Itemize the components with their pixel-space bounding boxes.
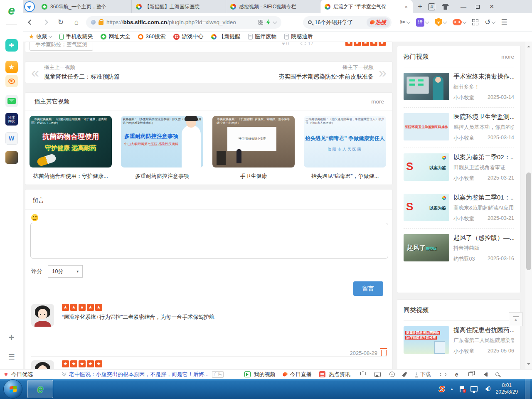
tab-close-icon[interactable]: ×	[404, 4, 409, 10]
video-title[interactable]: 医院环境卫生学监测...	[453, 113, 514, 121]
video-tag[interactable]: 手术室防控；空气监测	[30, 42, 93, 51]
qr-code-icon[interactable]	[259, 20, 263, 25]
search-query[interactable]: 16个外甥开学了	[315, 19, 364, 26]
bookmark-sific-remind[interactable]: 【新提醒	[211, 33, 240, 40]
zoom-search-icon[interactable]	[495, 372, 499, 376]
video-title[interactable]: 以案为鉴第二季02：...	[453, 153, 514, 161]
screenshot-tool-button[interactable]: ✂	[400, 18, 410, 27]
show-desktop-button[interactable]	[525, 379, 530, 399]
rail-mail-icon[interactable]	[5, 95, 18, 107]
video-thumbnail[interactable]: 获奖视频：《多重耐药防控注意事项》孙久雲（中山大学附属第七医院感染性疾病科） 多…	[121, 116, 203, 167]
rating-select[interactable]: 10分 ▾	[48, 265, 83, 278]
video-thumbnail[interactable]: 起风了感控版	[404, 234, 449, 261]
author[interactable]: 小小牧童	[453, 94, 474, 101]
minimize-button[interactable]: —	[456, 0, 470, 13]
author[interactable]: 小小牧童	[453, 175, 474, 182]
next-title[interactable]: 夯实围手术期感染防控-术前皮肤准备	[278, 73, 374, 81]
video-thumbnail[interactable]: 一等奖获奖视频：《手卫健康》罗佳欣、蒋羽婷、汤小萍等（遂宁市中心医院） “手卫”…	[212, 116, 295, 167]
windows-icon[interactable]	[468, 372, 473, 376]
tab-sific-videos[interactable]: 感控视频 - SIFIC视频专栏	[226, 0, 320, 13]
video-title[interactable]: 以案为鉴第二季01：...	[453, 194, 514, 202]
page-scrollbar[interactable]	[525, 42, 532, 369]
rail-list-button[interactable]: ☰	[8, 352, 15, 362]
network-icon[interactable]	[470, 386, 478, 392]
screenshot-icon[interactable]	[374, 372, 381, 377]
action-center-flag-icon[interactable]: ×	[459, 386, 465, 392]
new-tab-button[interactable]: +	[418, 2, 422, 11]
next-arrow-icon[interactable]: »	[379, 65, 387, 79]
hot-news-label[interactable]: 热点资讯	[329, 371, 350, 378]
game-center-button[interactable]	[453, 19, 466, 25]
expand-chevron-icon[interactable]	[63, 373, 66, 376]
delete-comment-icon[interactable]	[381, 350, 387, 356]
hot-search-badge[interactable]: 热搜	[367, 17, 390, 27]
next-video-link[interactable]: 播主下一视频 夯实围手术期感染防控-术前皮肤准备	[278, 64, 374, 81]
speed-mode-icon[interactable]	[266, 19, 271, 25]
rail-word-doc-icon[interactable]: W	[5, 132, 18, 145]
video-thumbnail[interactable]: 医院环境卫生学监测采样操作	[404, 113, 449, 140]
like-stat[interactable]: ♥ 0	[282, 42, 289, 47]
video-item[interactable]: 一等奖获奖视频：《手卫健康》罗佳欣、蒋羽婷、汤小萍等（遂宁市中心医院） “手卫”…	[212, 116, 295, 180]
refresh-button[interactable]: ↻	[53, 18, 69, 27]
list-item[interactable]: 医院环境卫生学监测采样操作 医院环境卫生学监测... 感控人员基本功，你真的会采…	[404, 108, 514, 148]
my-videos-icon[interactable]	[244, 371, 251, 377]
video-thumbnail[interactable]	[404, 73, 449, 100]
tab-360-nav[interactable]: 360导航_一个主页，整个	[37, 0, 132, 13]
theme-skin-icon[interactable]	[442, 4, 449, 10]
tab-count-badge[interactable]: 4	[428, 3, 435, 10]
taskbar-360-browser[interactable]: e	[27, 380, 53, 398]
list-item[interactable]: 起风了感控版 起风了（感控版）—... 抖音神曲版 约书亚032025-03-1…	[404, 229, 514, 268]
bookmark-360-search[interactable]: 360搜索	[138, 33, 165, 40]
bookmark-mobile-favorites[interactable]: 手机收藏夹	[59, 33, 93, 40]
daily-picks-label[interactable]: 今日优选	[11, 371, 33, 378]
search-box[interactable]: 16个外甥开学了 热搜	[303, 16, 392, 29]
download-button[interactable]: ↓下载	[415, 371, 431, 378]
author[interactable]: 小小牧童	[453, 215, 474, 222]
video-thumbnail[interactable]: 提高住院患者抗菌药物治疗前病原学送检率	[404, 326, 449, 354]
video-title[interactable]: 多重耐药防控注意事项	[121, 172, 203, 180]
scroll-up-icon[interactable]	[527, 44, 530, 47]
ie-mode-icon[interactable]: e	[455, 371, 458, 378]
start-button[interactable]	[3, 379, 22, 399]
apps-grid-button[interactable]	[472, 19, 478, 25]
video-item[interactable]: 获奖视频：《多重耐药防控注意事项》孙久雲（中山大学附属第七医院感染性疾病科） 多…	[121, 116, 203, 180]
video-item[interactable]: 三等奖获奖视频：《抬头遇见病毒君，争做健康责任人》张少莲（信阳市人民医院） 抬头…	[304, 116, 386, 180]
scroll-down-icon[interactable]	[527, 363, 530, 367]
more-link[interactable]: more	[501, 54, 514, 60]
translate-button[interactable]: 译	[416, 18, 429, 27]
rail-school-icon[interactable]: 环球网校	[5, 113, 18, 126]
video-thumbnail[interactable]: S以案为鉴	[404, 153, 449, 181]
bookmark-yuangan[interactable]: 院感通后	[284, 33, 313, 40]
bookmark-site-directory[interactable]: 网址大全	[101, 33, 130, 40]
list-item[interactable]: 手术室终末消毒操作... 细节多多！ 小小牧童2025-03-14	[404, 67, 514, 108]
video-title[interactable]: 手术室终末消毒操作...	[453, 73, 514, 81]
list-item[interactable]: S以案为鉴 以案为鉴第二季01：... 高晓东&范鹏超解读AI应用 小小牧童20…	[404, 188, 514, 229]
rail-game-icon[interactable]	[5, 151, 18, 164]
list-item[interactable]: 提高住院患者抗菌药物治疗前病原学送检率 提高住院患者抗菌药... 广东省第二人民…	[404, 321, 514, 361]
list-item[interactable]: S以案为鉴 以案为鉴第二季02：... 田靓从卫监视角看审证 小小牧童2025-…	[404, 148, 514, 188]
forward-button[interactable]	[38, 20, 53, 24]
video-title[interactable]: 起风了（感控版）—...	[453, 234, 514, 242]
my-videos-label[interactable]: 我的视频	[254, 371, 276, 378]
video-title[interactable]: 提高住院患者抗菌药...	[453, 326, 514, 334]
site-info-icon[interactable]	[91, 20, 96, 25]
rail-weibo-icon[interactable]	[5, 75, 18, 87]
back-button[interactable]	[23, 20, 38, 24]
bookmark-medical-waste[interactable]: 医疗废物	[248, 33, 276, 40]
clock-icon[interactable]: +	[389, 372, 395, 377]
boost-rocket-icon[interactable]	[402, 372, 407, 377]
restore-button[interactable]	[470, 0, 485, 13]
back-to-top-button[interactable]: ▲	[509, 312, 523, 326]
security-shield-icon[interactable]	[360, 371, 366, 377]
video-title[interactable]: 抗菌药物合理使用：守护健康...	[30, 172, 112, 180]
bookmark-game-center[interactable]: G游戏中心	[173, 33, 203, 40]
tab-sific-forum[interactable]: 【新提醒】上海国际医院	[132, 0, 226, 13]
video-thumbnail[interactable]: S以案为鉴	[404, 194, 449, 221]
home-button[interactable]: ⌂	[69, 18, 84, 27]
lock-icon[interactable]	[99, 21, 103, 25]
submit-comment-button[interactable]: 留言	[353, 281, 383, 296]
prev-arrow-icon[interactable]: «	[31, 65, 39, 79]
author[interactable]: 小小牧童	[453, 135, 474, 142]
emoji-picker-icon[interactable]	[31, 214, 38, 221]
main-menu-button[interactable]: ☰	[501, 18, 507, 27]
